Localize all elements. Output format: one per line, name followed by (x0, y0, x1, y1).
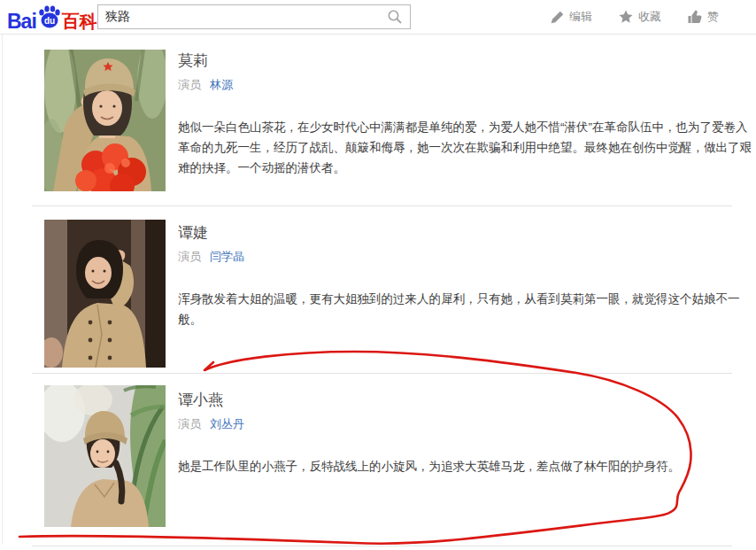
baidu-baike-logo[interactable]: Bai du 百科 (7, 4, 97, 33)
character-entry-moli: 莫莉 演员林源 她似一朵白色山茶花，在少女时代心中满满都是单纯的爱，为爱人她不惜… (44, 35, 744, 205)
character-description: 浑身散发着大姐的温暖，更有大姐独到的过来人的犀利，只有她，从看到莫莉第一眼，就觉… (178, 289, 755, 329)
character-description: 她似一朵白色山茶花，在少女时代心中满满都是单纯的爱，为爱人她不惜“潜伏”在革命队… (178, 117, 755, 178)
search-icon[interactable] (387, 9, 403, 25)
character-name: 莫莉 (178, 52, 208, 70)
favorite-label: 收藏 (638, 9, 661, 25)
edit-label: 编辑 (569, 9, 592, 25)
character-photo-moli[interactable] (44, 50, 166, 191)
thumbs-up-icon (688, 10, 702, 24)
actor-link[interactable]: 林源 (210, 78, 233, 91)
svg-text:du: du (44, 16, 55, 26)
character-description: 她是工作队里的小燕子，反特战线上的小旋风，为追求大英雄马龙，差点做了林午阳的护身… (178, 456, 755, 476)
edit-button[interactable]: 编辑 (551, 9, 592, 25)
logo-baike-text: 百科 (62, 11, 97, 33)
page-left-border (2, 35, 3, 545)
header-actions: 编辑 收藏 赞 (551, 0, 719, 34)
role-label: 演员 (178, 78, 201, 91)
character-photo-tanxiaoyan[interactable] (44, 385, 166, 527)
actor-link[interactable]: 闫学晶 (210, 250, 244, 263)
search-input[interactable] (98, 10, 387, 24)
like-button[interactable]: 赞 (688, 9, 719, 25)
baidu-baike-page: Bai du 百科 (0, 0, 756, 550)
character-entry-tanxiaoyan: 谭小燕 演员刘丛丹 她是工作队里的小燕子，反特战线上的小旋风，为追求大英雄马龙，… (44, 374, 744, 546)
character-name: 谭婕 (178, 224, 208, 242)
role-label: 演员 (178, 417, 201, 430)
star-icon (619, 10, 633, 24)
pencil-icon (551, 11, 564, 24)
baidu-paw-icon: du (37, 4, 61, 33)
favorite-button[interactable]: 收藏 (619, 9, 661, 25)
logo-bai-text: Bai (7, 10, 36, 33)
search-box (97, 4, 411, 29)
like-label: 赞 (707, 9, 719, 25)
entry-separator (32, 546, 732, 546)
actor-link[interactable]: 刘丛丹 (210, 417, 244, 430)
actor-row: 演员刘丛丹 (178, 416, 244, 432)
character-name: 谭小燕 (178, 391, 223, 409)
actor-row: 演员林源 (178, 77, 233, 93)
character-entry-tanjie: 谭婕 演员闫学晶 浑身散发着大姐的温暖，更有大姐独到的过来人的犀利，只有她，从看… (44, 206, 744, 373)
header: Bai du 百科 (0, 0, 756, 35)
actor-row: 演员闫学晶 (178, 249, 244, 265)
character-photo-tanjie[interactable] (44, 220, 166, 368)
role-label: 演员 (178, 250, 201, 263)
